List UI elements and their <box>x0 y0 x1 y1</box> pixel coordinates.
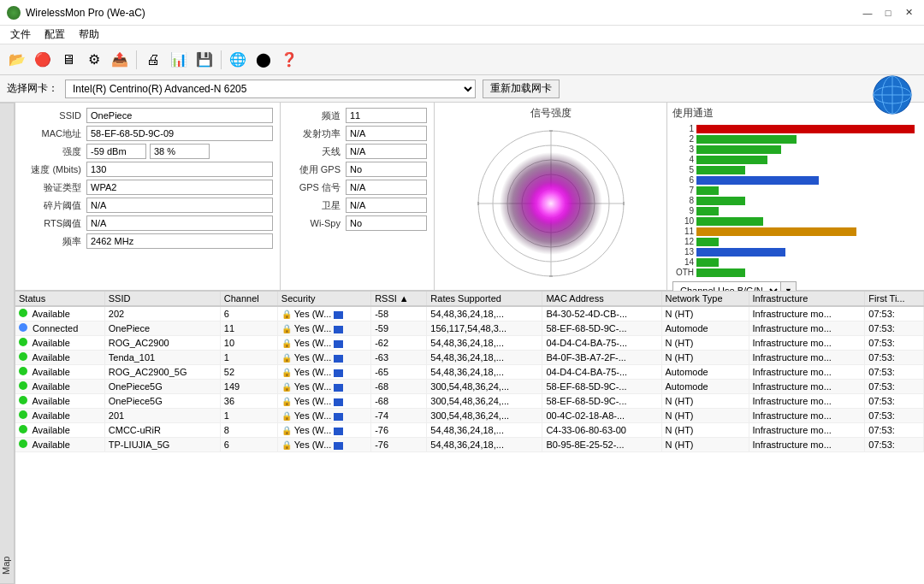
td-firsttime: 07:53: <box>865 365 924 380</box>
td-firsttime: 07:53: <box>865 321 924 336</box>
td-nettype: N (HT) <box>661 438 749 452</box>
td-rates: 300,54,48,36,24,... <box>427 394 542 409</box>
td-rssi: -74 <box>371 409 427 423</box>
label-freq: 频率 <box>22 235 86 248</box>
signal-bar-icon <box>334 428 343 435</box>
mid-row-gpssignal: GPS 信号 N/A <box>287 180 427 195</box>
mid-val-channel: 11 <box>346 108 427 123</box>
td-mac: 04-D4-C4-BA-75-... <box>542 336 661 351</box>
toolbar-btn-circle[interactable]: 🔴 <box>31 48 55 72</box>
menu-bar: 文件 配置 帮助 <box>0 26 924 44</box>
channel-label: 4 <box>672 155 696 164</box>
toolbar-btn-scan[interactable]: 🖥 <box>56 48 80 72</box>
table-row[interactable]: Connected OnePiece 11 🔒 Yes (W... -59 15… <box>15 321 924 336</box>
tab-map[interactable]: Map <box>0 103 15 584</box>
td-status: Available <box>15 438 104 452</box>
table-row[interactable]: Available OnePiece5G 149 🔒 Yes (W... -68… <box>15 380 924 394</box>
toolbar-btn-settings[interactable]: ⚙ <box>82 48 106 72</box>
td-infra: Infrastructure mo... <box>749 336 865 351</box>
table-row[interactable]: Available ROG_AC2900 10 🔒 Yes (W... -62 … <box>15 336 924 351</box>
channel-label: 5 <box>672 165 696 174</box>
toolbar-btn-graph[interactable]: 📊 <box>167 48 191 72</box>
td-security: 🔒 Yes (W... <box>277 438 370 452</box>
toolbar-btn-globe[interactable]: 🌐 <box>226 48 250 72</box>
label-authtype: 验证类型 <box>22 181 86 194</box>
td-rssi: -63 <box>371 351 427 365</box>
signal-bar-icon <box>334 413 343 421</box>
toolbar-btn-help[interactable]: ❓ <box>277 48 301 72</box>
table-row[interactable]: Available 201 1 🔒 Yes (W... -74 300,54,4… <box>15 409 924 423</box>
td-rssi: -59 <box>371 321 427 336</box>
td-security: 🔒 Yes (W... <box>277 336 370 351</box>
td-rates: 300,54,48,36,24,... <box>427 409 542 423</box>
th-infra: Infrastructure <box>749 292 865 306</box>
signal-bar-icon <box>334 369 343 377</box>
info-row-frag: 碎片阈值 N/A <box>22 198 273 213</box>
toolbar-btn-usb[interactable]: 💾 <box>192 48 216 72</box>
maximize-button[interactable]: □ <box>880 4 897 21</box>
channel-bar-row: 8 <box>672 196 919 205</box>
table-row[interactable]: Available Tenda_101 1 🔒 Yes (W... -63 54… <box>15 351 924 365</box>
table-row[interactable]: Available 202 6 🔒 Yes (W... -58 54,48,36… <box>15 306 924 321</box>
close-button[interactable]: ✕ <box>900 4 917 21</box>
channel-bar-container <box>696 135 919 144</box>
info-row-rts: RTS阈值 N/A <box>22 215 273 231</box>
status-text: Available <box>32 396 69 406</box>
nic-select[interactable]: Intel(R) Centrino(R) Advanced-N 6205 <box>65 80 476 98</box>
status-dot <box>19 352 27 361</box>
val-mac: 58-EF-68-5D-9C-09 <box>86 126 273 141</box>
mid-row-gps: 使用 GPS No <box>287 162 427 177</box>
toolbar-btn-open[interactable]: 📂 <box>5 48 29 72</box>
table-row[interactable]: Available ROG_AC2900_5G 52 🔒 Yes (W... -… <box>15 365 924 380</box>
td-infra: Infrastructure mo... <box>749 380 865 394</box>
status-text: Available <box>32 309 69 319</box>
td-channel: 8 <box>220 423 277 438</box>
channel-bar-row: 6 <box>672 175 919 185</box>
td-firsttime: 07:53: <box>865 409 924 423</box>
channel-bar <box>696 197 745 205</box>
channel-bar-container <box>696 176 919 185</box>
globe-logo <box>873 75 912 115</box>
lock-icon: 🔒 <box>281 382 292 392</box>
status-text: Connected <box>33 323 78 333</box>
svg-point-13 <box>530 182 572 225</box>
td-mac: 04-D4-C4-BA-75-... <box>542 365 661 380</box>
table-row[interactable]: Available TP-LIUJIA_5G 6 🔒 Yes (W... -76… <box>15 438 924 452</box>
table-row[interactable]: Available CMCC-uRiR 8 🔒 Yes (W... -76 54… <box>15 423 924 438</box>
td-channel: 1 <box>220 351 277 365</box>
signal-bar-icon <box>334 326 343 333</box>
info-row-speed: 速度 (Mbits) 130 <box>22 162 273 177</box>
toolbar-sep-2 <box>221 50 222 69</box>
channel-bar-container <box>696 125 919 133</box>
td-channel: 6 <box>220 438 277 452</box>
menu-help[interactable]: 帮助 <box>72 26 106 44</box>
nic-reload-button[interactable]: 重新加载网卡 <box>483 80 560 98</box>
channel-bar-row: 4 <box>672 155 919 164</box>
table-row[interactable]: Available OnePiece5G 36 🔒 Yes (W... -68 … <box>15 394 924 409</box>
radar-title: 信号强度 <box>530 103 572 122</box>
channel-bars: 1 2 3 4 5 6 <box>672 124 919 278</box>
td-firsttime: 07:53: <box>865 351 924 365</box>
toolbar-btn-print[interactable]: 🖨 <box>141 48 165 72</box>
channel-label: 14 <box>672 257 696 267</box>
status-dot <box>19 396 27 404</box>
mid-label-gps: 使用 GPS <box>287 163 346 176</box>
lock-icon: 🔒 <box>281 368 292 377</box>
mid-val-gps: No <box>346 162 427 177</box>
minimize-button[interactable]: — <box>859 4 876 21</box>
td-status: Available <box>15 306 104 321</box>
info-row-ssid: SSID OnePiece <box>22 108 273 123</box>
toolbar-btn-export[interactable]: 📤 <box>108 48 132 72</box>
td-nettype: N (HT) <box>661 394 749 409</box>
td-channel: 36 <box>220 394 277 409</box>
td-security: 🔒 Yes (W... <box>277 365 370 380</box>
menu-file[interactable]: 文件 <box>3 26 38 44</box>
menu-config[interactable]: 配置 <box>38 26 72 44</box>
toolbar-btn-circle2[interactable]: ⬤ <box>252 48 275 72</box>
channel-bar-container <box>696 248 919 257</box>
td-rates: 54,48,36,24,18,... <box>427 351 542 365</box>
td-infra: Infrastructure mo... <box>749 351 865 365</box>
td-rssi: -68 <box>371 394 427 409</box>
mid-val-txpower: N/A <box>346 126 427 141</box>
mid-row-channel: 频道 11 <box>287 108 427 123</box>
